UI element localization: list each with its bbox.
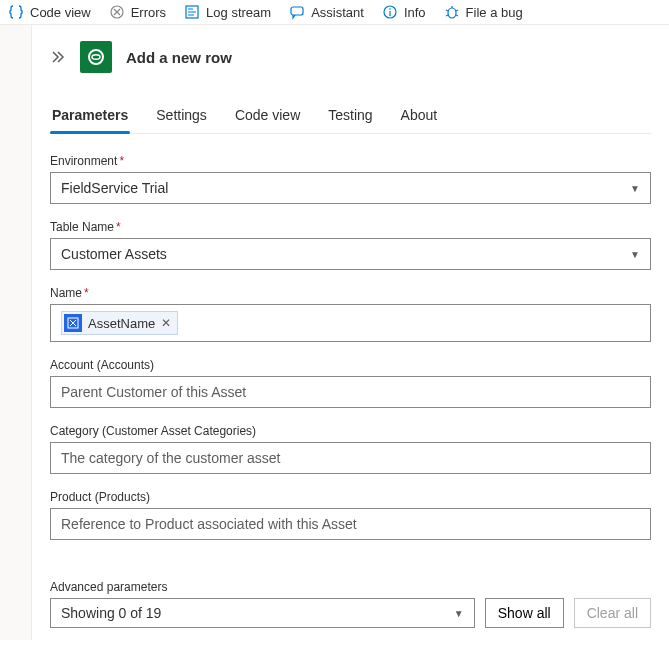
bug-icon: [444, 4, 460, 20]
account-placeholder: Parent Customer of this Asset: [61, 384, 246, 400]
code-view-label: Code view: [30, 5, 91, 20]
dataverse-icon: [80, 41, 112, 73]
code-view-item[interactable]: Code view: [8, 4, 91, 20]
category-field: Category (Customer Asset Categories) The…: [50, 424, 651, 474]
svg-point-5: [448, 8, 456, 18]
tabs: Parameters Settings Code view Testing Ab…: [50, 101, 651, 134]
info-icon: [382, 4, 398, 20]
file-bug-item[interactable]: File a bug: [444, 4, 523, 20]
tab-code-view[interactable]: Code view: [233, 101, 302, 133]
tab-settings[interactable]: Settings: [154, 101, 209, 133]
environment-label: Environment*: [50, 154, 651, 168]
braces-icon: [8, 4, 24, 20]
expression-token[interactable]: AssetName ✕: [61, 311, 178, 335]
chevron-down-icon: ▼: [454, 608, 464, 619]
tab-testing[interactable]: Testing: [326, 101, 374, 133]
errors-label: Errors: [131, 5, 166, 20]
panel-title: Add a new row: [126, 49, 232, 66]
log-stream-icon: [184, 4, 200, 20]
main-layout: Add a new row Parameters Settings Code v…: [0, 25, 669, 640]
tab-parameters[interactable]: Parameters: [50, 101, 130, 133]
product-field: Product (Products) Reference to Product …: [50, 490, 651, 540]
info-item[interactable]: Info: [382, 4, 426, 20]
advanced-parameters-section: Advanced parameters Showing 0 of 19 ▼ Sh…: [50, 580, 651, 628]
log-stream-label: Log stream: [206, 5, 271, 20]
product-label: Product (Products): [50, 490, 651, 504]
product-placeholder: Reference to Product associated with thi…: [61, 516, 357, 532]
panel-header: Add a new row: [50, 41, 651, 73]
account-input[interactable]: Parent Customer of this Asset: [50, 376, 651, 408]
tab-about[interactable]: About: [399, 101, 440, 133]
clear-all-button: Clear all: [574, 598, 651, 628]
assistant-label: Assistant: [311, 5, 364, 20]
svg-point-4: [389, 8, 391, 10]
log-stream-item[interactable]: Log stream: [184, 4, 271, 20]
name-label: Name*: [50, 286, 651, 300]
environment-field: Environment* FieldService Trial ▼: [50, 154, 651, 204]
left-gutter: [0, 25, 32, 640]
name-input[interactable]: AssetName ✕: [50, 304, 651, 342]
category-placeholder: The category of the customer asset: [61, 450, 280, 466]
environment-select[interactable]: FieldService Trial ▼: [50, 172, 651, 204]
errors-item[interactable]: Errors: [109, 4, 166, 20]
collapse-button[interactable]: [50, 49, 66, 65]
table-name-label: Table Name*: [50, 220, 651, 234]
category-label: Category (Customer Asset Categories): [50, 424, 651, 438]
advanced-select[interactable]: Showing 0 of 19 ▼: [50, 598, 475, 628]
token-text: AssetName: [88, 316, 155, 331]
show-all-button[interactable]: Show all: [485, 598, 564, 628]
file-bug-label: File a bug: [466, 5, 523, 20]
environment-value: FieldService Trial: [61, 180, 168, 196]
token-remove-button[interactable]: ✕: [161, 316, 171, 330]
top-toolbar: Code view Errors Log stream Assistant In…: [0, 0, 669, 25]
action-panel: Add a new row Parameters Settings Code v…: [32, 25, 669, 640]
errors-icon: [109, 4, 125, 20]
advanced-summary: Showing 0 of 19: [61, 605, 161, 621]
chevron-double-right-icon: [50, 49, 66, 65]
chevron-down-icon: ▼: [630, 183, 640, 194]
svg-rect-2: [291, 7, 303, 15]
table-name-field: Table Name* Customer Assets ▼: [50, 220, 651, 270]
name-field: Name* AssetName ✕: [50, 286, 651, 342]
variable-icon: [64, 314, 82, 332]
table-name-value: Customer Assets: [61, 246, 167, 262]
advanced-label: Advanced parameters: [50, 580, 651, 594]
account-field: Account (Accounts) Parent Customer of th…: [50, 358, 651, 408]
account-label: Account (Accounts): [50, 358, 651, 372]
table-name-select[interactable]: Customer Assets ▼: [50, 238, 651, 270]
svg-point-6: [89, 50, 103, 64]
product-input[interactable]: Reference to Product associated with thi…: [50, 508, 651, 540]
info-label: Info: [404, 5, 426, 20]
chevron-down-icon: ▼: [630, 249, 640, 260]
assistant-icon: [289, 4, 305, 20]
advanced-row: Showing 0 of 19 ▼ Show all Clear all: [50, 598, 651, 628]
category-input[interactable]: The category of the customer asset: [50, 442, 651, 474]
assistant-item[interactable]: Assistant: [289, 4, 364, 20]
